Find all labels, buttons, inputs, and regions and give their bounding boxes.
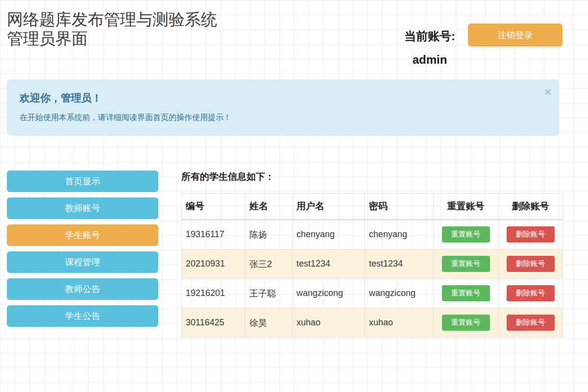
cell-id: 19316117: [182, 220, 245, 249]
reset-account-button[interactable]: 重置账号: [442, 315, 490, 331]
reset-account-button[interactable]: 重置账号: [442, 256, 490, 272]
cell-id: 20210931: [182, 249, 245, 279]
cell-username: chenyang: [293, 220, 365, 249]
page-title-role: 管理员界面: [7, 29, 237, 48]
page-title-system: 网络题库发布管理与测验系统: [7, 10, 237, 29]
current-account: 当前账号: admin: [404, 28, 455, 67]
table-header-cell: 姓名: [245, 194, 293, 220]
table-row: 19216201 王子聪 wangzicong wangzicong 重置账号 …: [182, 279, 563, 308]
content-area: 首页显示教师账号学生账号课程管理教师公告学生公告 所有的学生信息如下： 编号姓名…: [0, 171, 588, 338]
student-table-body: 19316117 陈扬 chenyang chenyang 重置账号 删除账号 …: [182, 220, 563, 338]
cell-name: 徐昊: [245, 308, 293, 338]
cell-password: chenyang: [365, 220, 434, 249]
cell-password: xuhao: [365, 308, 434, 338]
cell-id: 19216201: [182, 279, 245, 308]
welcome-alert-heading: 欢迎你，管理员！: [20, 91, 546, 105]
welcome-alert-body: 在开始使用本系统前，请详细阅读界面首页的操作使用提示！: [20, 113, 546, 123]
cell-reset: 重置账号: [434, 308, 498, 338]
sidebar-item-4[interactable]: 教师公告: [7, 278, 158, 300]
table-header-cell: 编号: [182, 194, 245, 220]
cell-delete: 删除账号: [498, 249, 563, 279]
cell-id: 30116425: [182, 308, 245, 338]
current-account-label: 当前账号:: [404, 28, 455, 44]
cell-name: 王子聪: [245, 279, 293, 308]
sidebar-menu: 首页显示教师账号学生账号课程管理教师公告学生公告: [7, 171, 158, 332]
table-header-cell: 删除账号: [498, 194, 563, 220]
section-title: 所有的学生信息如下：: [181, 171, 563, 183]
close-icon[interactable]: ×: [544, 86, 551, 98]
cell-name: 张三2: [245, 249, 293, 279]
reset-account-button[interactable]: 重置账号: [442, 285, 490, 301]
cell-reset: 重置账号: [434, 279, 498, 308]
logout-button[interactable]: 注销登录: [468, 24, 563, 47]
delete-account-button[interactable]: 删除账号: [507, 285, 555, 301]
cell-delete: 删除账号: [498, 220, 563, 249]
current-account-name: admin: [404, 53, 455, 67]
student-table: 编号姓名用户名密码重置账号删除账号 19316117 陈扬 chenyang c…: [181, 193, 563, 338]
table-row: 30116425 徐昊 xuhao xuhao 重置账号 删除账号: [182, 308, 563, 338]
table-header-cell: 用户名: [293, 194, 365, 220]
cell-username: wangzicong: [293, 279, 365, 308]
sidebar-item-3[interactable]: 课程管理: [7, 251, 158, 273]
table-header-row: 编号姓名用户名密码重置账号删除账号: [182, 194, 563, 220]
cell-password: test1234: [365, 249, 434, 279]
cell-delete: 删除账号: [498, 308, 563, 338]
sidebar-item-0[interactable]: 首页显示: [7, 171, 158, 192]
page-header: 网络题库发布管理与测验系统 管理员界面 当前账号: admin 注销登录: [0, 0, 588, 67]
table-row: 19316117 陈扬 chenyang chenyang 重置账号 删除账号: [182, 220, 563, 249]
page-title: 网络题库发布管理与测验系统 管理员界面: [7, 10, 237, 48]
delete-account-button[interactable]: 删除账号: [507, 256, 555, 272]
table-header-cell: 重置账号: [434, 194, 498, 220]
cell-delete: 删除账号: [498, 279, 563, 308]
sidebar-item-1[interactable]: 教师账号: [7, 197, 158, 219]
sidebar-item-5[interactable]: 学生公告: [7, 305, 158, 327]
table-header-cell: 密码: [365, 194, 434, 220]
main-panel: 所有的学生信息如下： 编号姓名用户名密码重置账号删除账号 19316117 陈扬…: [181, 171, 563, 338]
delete-account-button[interactable]: 删除账号: [507, 315, 555, 331]
welcome-alert: 欢迎你，管理员！ 在开始使用本系统前，请详细阅读界面首页的操作使用提示！ ×: [7, 79, 559, 136]
cell-reset: 重置账号: [434, 220, 498, 249]
cell-username: xuhao: [293, 308, 365, 338]
delete-account-button[interactable]: 删除账号: [507, 226, 555, 243]
cell-reset: 重置账号: [434, 249, 498, 279]
cell-name: 陈扬: [245, 220, 293, 249]
sidebar-item-2[interactable]: 学生账号: [7, 224, 158, 246]
admin-page: 网络题库发布管理与测验系统 管理员界面 当前账号: admin 注销登录 欢迎你…: [0, 0, 588, 392]
reset-account-button[interactable]: 重置账号: [442, 226, 490, 243]
cell-password: wangzicong: [365, 279, 434, 308]
cell-username: test1234: [293, 249, 365, 279]
table-row: 20210931 张三2 test1234 test1234 重置账号 删除账号: [182, 249, 563, 279]
